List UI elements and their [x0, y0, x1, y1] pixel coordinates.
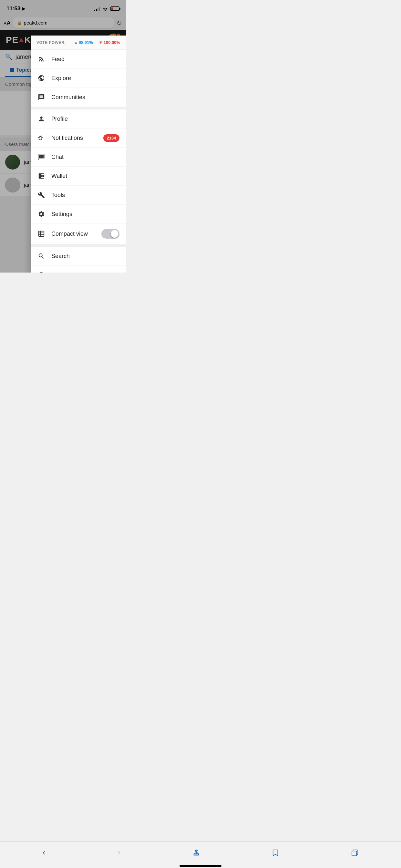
- dropdown-menu: VOTE POWER: ▲ 98.91% ▼ 100.00% Feed Expl…: [31, 35, 126, 273]
- menu-item-profile[interactable]: Profile: [31, 110, 126, 128]
- communities-icon: [37, 93, 45, 101]
- settings-label: Settings: [51, 211, 120, 218]
- chat-icon: [37, 153, 45, 161]
- toggle-off-label: off: [113, 232, 118, 236]
- compact-view-toggle[interactable]: off: [101, 229, 120, 239]
- menu-item-tools[interactable]: Tools: [31, 186, 126, 205]
- notification-badge: 2134: [103, 134, 120, 142]
- tools-icon: [37, 191, 45, 199]
- arrow-down-icon: ▼: [99, 40, 103, 45]
- menu-item-notifications[interactable]: Notifications 2134: [31, 128, 126, 148]
- vote-up-value: ▲ 98.91%: [74, 40, 93, 45]
- profile-icon: [37, 115, 45, 123]
- about-icon: [37, 271, 45, 273]
- menu-separator-2: [31, 244, 126, 247]
- arrow-up-icon: ▲: [74, 40, 78, 45]
- search-menu-icon: [37, 252, 45, 260]
- feed-label: Feed: [51, 56, 120, 63]
- search-menu-label: Search: [51, 253, 120, 259]
- menu-item-wallet[interactable]: Wallet: [31, 166, 126, 186]
- menu-item-explore[interactable]: Explore: [31, 69, 126, 88]
- tools-label: Tools: [51, 192, 120, 198]
- menu-item-compact-view[interactable]: Compact view off: [31, 224, 126, 244]
- compact-view-label: Compact view: [51, 230, 96, 237]
- menu-separator-1: [31, 107, 126, 110]
- svg-point-1: [39, 60, 40, 62]
- menu-item-chat[interactable]: Chat: [31, 148, 126, 166]
- compact-view-icon: [37, 229, 45, 238]
- wallet-label: Wallet: [51, 173, 120, 180]
- communities-label: Communities: [51, 94, 120, 101]
- wallet-icon: [37, 172, 45, 180]
- menu-item-feed[interactable]: Feed: [31, 50, 126, 69]
- vote-power-label: VOTE POWER:: [36, 40, 71, 45]
- notifications-icon: [37, 134, 45, 142]
- profile-label: Profile: [51, 116, 120, 122]
- chat-label: Chat: [51, 154, 120, 160]
- explore-icon: [37, 74, 45, 82]
- vote-down-value: ▼ 100.00%: [99, 40, 120, 45]
- menu-item-about[interactable]: About: [31, 266, 126, 273]
- menu-item-communities[interactable]: Communities: [31, 88, 126, 107]
- menu-item-search[interactable]: Search: [31, 247, 126, 266]
- explore-label: Explore: [51, 75, 120, 82]
- settings-icon: [37, 210, 45, 218]
- menu-item-settings[interactable]: Settings: [31, 205, 126, 224]
- vote-power-row: VOTE POWER: ▲ 98.91% ▼ 100.00%: [31, 35, 126, 50]
- about-label: About: [51, 272, 120, 273]
- feed-icon: [37, 55, 45, 63]
- svg-rect-2: [39, 231, 44, 237]
- notifications-label: Notifications: [51, 135, 97, 142]
